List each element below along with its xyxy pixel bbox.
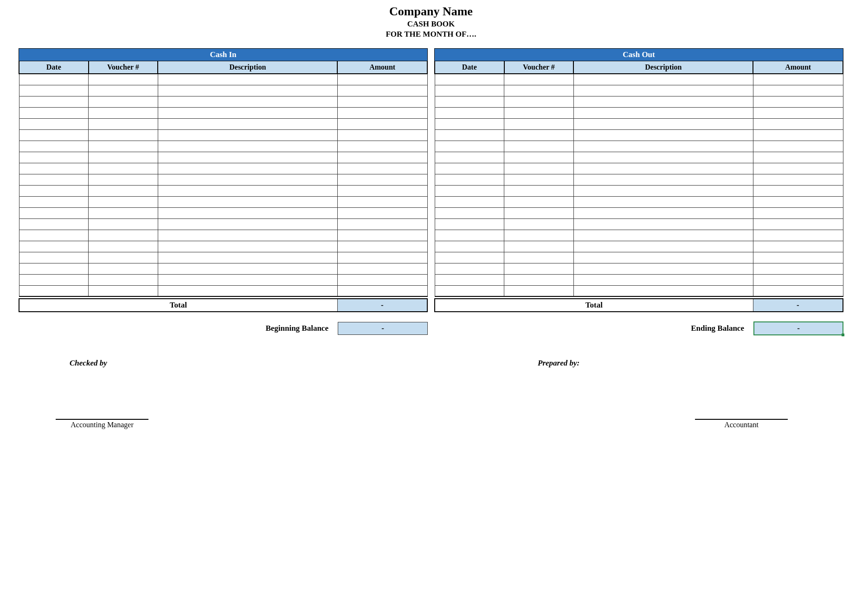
cell-description[interactable] — [573, 107, 753, 118]
cell-date[interactable] — [19, 152, 89, 163]
cell-voucher[interactable] — [89, 152, 158, 163]
cell-description[interactable] — [158, 129, 337, 141]
cell-amount[interactable] — [753, 141, 843, 152]
cell-date[interactable] — [19, 207, 89, 218]
cell-amount[interactable] — [337, 85, 427, 96]
cell-date[interactable] — [19, 85, 89, 96]
cell-date[interactable] — [435, 196, 504, 207]
cell-date[interactable] — [19, 74, 89, 85]
cell-voucher[interactable] — [504, 207, 574, 218]
cell-voucher[interactable] — [504, 218, 574, 230]
cell-voucher[interactable] — [89, 230, 158, 241]
cell-description[interactable] — [573, 118, 753, 129]
cell-description[interactable] — [573, 96, 753, 107]
cell-amount[interactable] — [753, 118, 843, 129]
cell-amount[interactable] — [753, 285, 843, 296]
cell-date[interactable] — [19, 285, 89, 296]
cell-description[interactable] — [158, 85, 337, 96]
cell-amount[interactable] — [337, 118, 427, 129]
cell-amount[interactable] — [753, 196, 843, 207]
cell-description[interactable] — [573, 285, 753, 296]
cell-description[interactable] — [573, 174, 753, 185]
cell-voucher[interactable] — [89, 96, 158, 107]
cell-amount[interactable] — [753, 274, 843, 285]
cell-date[interactable] — [19, 174, 89, 185]
cell-description[interactable] — [158, 285, 337, 296]
cell-date[interactable] — [19, 185, 89, 196]
cell-amount[interactable] — [753, 174, 843, 185]
cell-description[interactable] — [573, 141, 753, 152]
cell-date[interactable] — [19, 141, 89, 152]
cell-description[interactable] — [158, 263, 337, 274]
cell-amount[interactable] — [337, 74, 427, 85]
cell-amount[interactable] — [337, 141, 427, 152]
cell-amount[interactable] — [753, 218, 843, 230]
cell-description[interactable] — [158, 74, 337, 85]
cell-amount[interactable] — [337, 263, 427, 274]
cell-date[interactable] — [435, 107, 504, 118]
cell-amount[interactable] — [337, 274, 427, 285]
cell-voucher[interactable] — [504, 174, 574, 185]
cell-amount[interactable] — [753, 152, 843, 163]
cell-amount[interactable] — [337, 196, 427, 207]
cell-amount[interactable] — [337, 241, 427, 252]
cell-voucher[interactable] — [89, 252, 158, 263]
cell-description[interactable] — [158, 152, 337, 163]
cell-date[interactable] — [19, 129, 89, 141]
cell-date[interactable] — [435, 263, 504, 274]
cell-description[interactable] — [573, 207, 753, 218]
cell-description[interactable] — [158, 207, 337, 218]
cell-description[interactable] — [158, 118, 337, 129]
cell-amount[interactable] — [337, 207, 427, 218]
cell-amount[interactable] — [753, 185, 843, 196]
cell-voucher[interactable] — [504, 196, 574, 207]
cell-amount[interactable] — [337, 252, 427, 263]
cell-description[interactable] — [573, 185, 753, 196]
cell-description[interactable] — [573, 230, 753, 241]
cell-amount[interactable] — [337, 152, 427, 163]
cell-amount[interactable] — [337, 185, 427, 196]
cell-voucher[interactable] — [504, 129, 574, 141]
cell-description[interactable] — [573, 163, 753, 174]
cell-voucher[interactable] — [89, 163, 158, 174]
cell-voucher[interactable] — [504, 252, 574, 263]
cell-description[interactable] — [158, 241, 337, 252]
cell-date[interactable] — [19, 196, 89, 207]
cell-description[interactable] — [573, 74, 753, 85]
cell-amount[interactable] — [753, 96, 843, 107]
cell-date[interactable] — [435, 207, 504, 218]
cell-voucher[interactable] — [89, 129, 158, 141]
cell-voucher[interactable] — [504, 241, 574, 252]
cell-amount[interactable] — [337, 163, 427, 174]
cell-amount[interactable] — [337, 174, 427, 185]
cell-voucher[interactable] — [504, 263, 574, 274]
cell-voucher[interactable] — [89, 107, 158, 118]
cell-date[interactable] — [435, 252, 504, 263]
cell-description[interactable] — [158, 185, 337, 196]
cell-voucher[interactable] — [504, 230, 574, 241]
cell-amount[interactable] — [337, 96, 427, 107]
cell-date[interactable] — [435, 218, 504, 230]
cell-amount[interactable] — [753, 163, 843, 174]
cell-voucher[interactable] — [504, 118, 574, 129]
cell-voucher[interactable] — [89, 218, 158, 230]
cell-voucher[interactable] — [89, 207, 158, 218]
cell-voucher[interactable] — [89, 274, 158, 285]
cell-voucher[interactable] — [504, 185, 574, 196]
cell-amount[interactable] — [337, 218, 427, 230]
cell-voucher[interactable] — [504, 274, 574, 285]
cell-description[interactable] — [573, 274, 753, 285]
cell-voucher[interactable] — [89, 85, 158, 96]
cell-amount[interactable] — [753, 263, 843, 274]
cell-description[interactable] — [158, 141, 337, 152]
cell-amount[interactable] — [337, 107, 427, 118]
cell-voucher[interactable] — [89, 74, 158, 85]
cell-description[interactable] — [573, 196, 753, 207]
cell-date[interactable] — [435, 285, 504, 296]
cell-voucher[interactable] — [504, 285, 574, 296]
cell-amount[interactable] — [337, 129, 427, 141]
cell-date[interactable] — [19, 163, 89, 174]
cell-date[interactable] — [435, 230, 504, 241]
cell-description[interactable] — [573, 218, 753, 230]
cell-date[interactable] — [435, 141, 504, 152]
